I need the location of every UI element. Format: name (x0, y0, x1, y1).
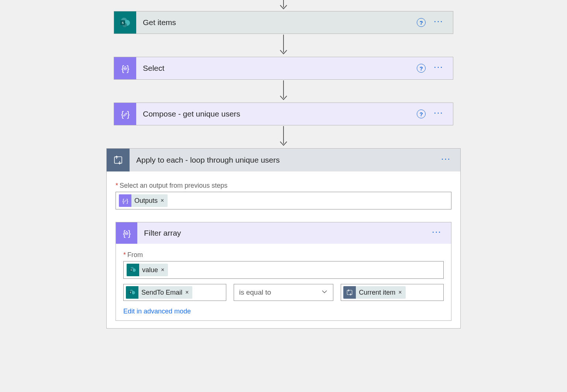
token-remove-icon[interactable]: × (398, 289, 402, 296)
arrow (0, 0, 567, 11)
svg-text:S: S (122, 21, 124, 25)
svg-text:{: { (121, 110, 124, 119)
token-remove-icon[interactable]: × (161, 197, 164, 204)
required-marker: * (116, 182, 118, 189)
token-sendto-email[interactable]: S SendTo Email × (126, 286, 192, 299)
more-icon[interactable]: ··· (432, 226, 441, 240)
edit-advanced-mode-link[interactable]: Edit in advanced mode (123, 308, 191, 315)
token-label: Outputs (131, 197, 161, 205)
filter-left-operand[interactable]: S SendTo Email × (123, 284, 226, 301)
operator-value: is equal to (239, 288, 271, 296)
loop-input-label: *Select an output from previous steps (116, 182, 451, 190)
help-icon[interactable]: ? (417, 18, 426, 27)
sharepoint-icon: S (126, 286, 138, 299)
select-icon: { } (114, 57, 136, 79)
more-icon[interactable]: ··· (434, 107, 443, 121)
svg-text:}: } (127, 110, 130, 119)
svg-text:S: S (130, 291, 131, 294)
loop-header[interactable]: Apply to each - loop through unique user… (107, 149, 460, 171)
svg-text:}: } (127, 64, 129, 73)
action-title: Compose - get unique users (136, 110, 417, 118)
sharepoint-icon: S (114, 11, 136, 34)
token-value[interactable]: S value × (127, 264, 168, 276)
filter-from-label: *From (123, 251, 444, 259)
token-outputs[interactable]: { } Outputs × (119, 194, 168, 207)
svg-rect-32 (347, 290, 352, 295)
svg-text:}: } (128, 229, 131, 238)
action-card-compose[interactable]: { } Compose - get unique users ? ··· (114, 103, 453, 125)
loop-icon (343, 286, 356, 299)
loop-input-box[interactable]: { } Outputs × (116, 192, 451, 209)
action-card-get-items[interactable]: S Get items ? ··· (114, 11, 453, 34)
compose-icon: { } (119, 194, 131, 207)
filter-operator-select[interactable]: is equal to (234, 284, 334, 301)
svg-point-25 (133, 268, 136, 272)
more-icon[interactable]: ··· (434, 16, 443, 29)
token-remove-icon[interactable]: × (161, 267, 164, 273)
more-icon[interactable]: ··· (441, 153, 451, 167)
loop-container: Apply to each - loop through unique user… (106, 148, 461, 329)
filter-icon: { } (116, 222, 137, 244)
token-current-item[interactable]: Current item × (343, 286, 405, 299)
svg-point-29 (132, 291, 135, 294)
loop-icon (107, 149, 130, 171)
filter-condition-row: S SendTo Email × is equal to (123, 284, 444, 301)
arrow (0, 125, 567, 148)
compose-icon: { } (114, 103, 136, 125)
help-icon[interactable]: ? (417, 110, 426, 118)
action-title: Select (136, 64, 417, 73)
action-card-filter-array: { } Filter array ··· *From (116, 222, 451, 321)
required-marker: * (123, 251, 126, 259)
chevron-down-icon (321, 288, 328, 297)
filter-from-input[interactable]: S value × (123, 261, 444, 279)
token-label: SendTo Email (138, 289, 185, 296)
svg-rect-15 (114, 157, 122, 163)
filter-right-operand[interactable]: Current item × (341, 284, 444, 301)
sharepoint-icon: S (127, 264, 139, 276)
token-label: value (139, 266, 161, 274)
svg-text:}: } (126, 198, 128, 204)
svg-text:{: { (122, 198, 124, 204)
arrow (0, 34, 567, 57)
token-remove-icon[interactable]: × (185, 289, 189, 296)
token-label: Current item (356, 289, 398, 296)
action-title: Get items (136, 18, 417, 27)
action-card-select[interactable]: { } Select ? ··· (114, 57, 453, 80)
arrow (0, 80, 567, 103)
svg-text:S: S (131, 269, 132, 271)
filter-header[interactable]: { } Filter array ··· (116, 222, 451, 244)
help-icon[interactable]: ? (417, 64, 426, 73)
filter-title: Filter array (137, 229, 432, 237)
loop-title: Apply to each - loop through unique user… (130, 156, 441, 164)
more-icon[interactable]: ··· (434, 62, 443, 75)
